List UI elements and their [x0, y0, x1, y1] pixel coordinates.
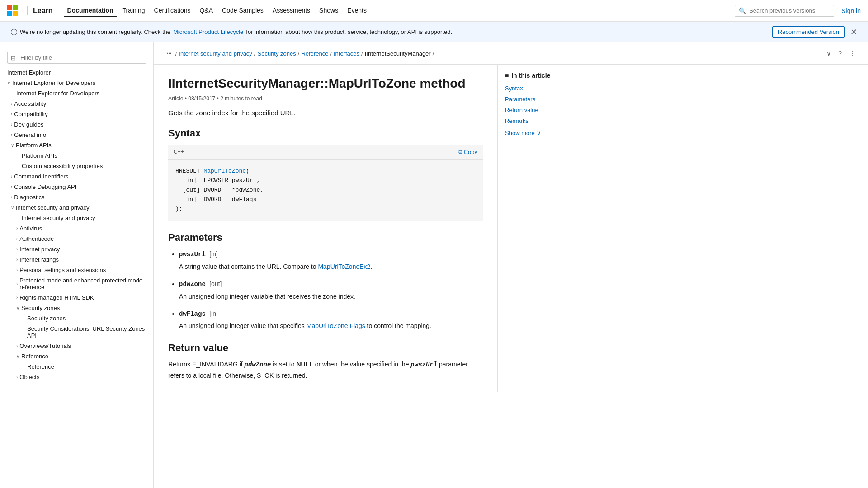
- sidebar-item-platform-apis-child[interactable]: Platform APIs: [0, 150, 153, 161]
- breadcrumb-ellipsis-button[interactable]: ···: [165, 48, 174, 59]
- nav-link-events[interactable]: Events: [344, 5, 370, 17]
- sidebar-item-reference-parent[interactable]: ∨ Reference: [0, 351, 153, 361]
- toc-link-return[interactable]: Return value: [505, 107, 538, 113]
- article-toc-layout: IInternetSecurityManager::MapUrlToZone m…: [154, 65, 868, 392]
- svg-rect-3: [13, 11, 18, 16]
- toc-title: ≡ In this article: [505, 72, 608, 79]
- chevron-right-icon: ›: [11, 184, 12, 189]
- toc-sidebar: ≡ In this article Syntax Parameters Retu…: [497, 65, 615, 392]
- sidebar-item-label: Platform APIs: [16, 142, 52, 149]
- breadcrumb-reference[interactable]: Reference: [301, 50, 328, 57]
- sidebar-item-internet-privacy[interactable]: › Internet privacy: [0, 244, 153, 254]
- sidebar-item-dev-guides[interactable]: › Dev guides: [0, 119, 153, 130]
- nav-link-documentation[interactable]: Documentation: [64, 5, 117, 17]
- breadcrumb-internet-security[interactable]: Internet security and privacy: [179, 50, 252, 57]
- chevron-right-icon: ›: [16, 247, 18, 252]
- sidebar-filter-input[interactable]: [7, 52, 146, 64]
- banner-lifecycle-link[interactable]: Microsoft Product Lifecycle: [173, 28, 243, 35]
- sidebar-item-label: Antivirus: [19, 225, 42, 232]
- chevron-right-icon: ›: [11, 122, 12, 127]
- chevron-right-icon: ›: [16, 375, 18, 380]
- nav-link-assessments[interactable]: Assessments: [269, 5, 314, 17]
- sidebar-item-rights-managed[interactable]: › Rights-managed HTML SDK: [0, 292, 153, 303]
- sign-in-link[interactable]: Sign in: [841, 7, 861, 14]
- nav-link-shows[interactable]: Shows: [316, 5, 342, 17]
- sidebar-item-security-considerations[interactable]: Security Considerations: URL Security Zo…: [0, 324, 153, 341]
- filter-wrap: ⊟: [7, 52, 146, 64]
- recommended-version-button[interactable]: Recommended Version: [772, 26, 845, 38]
- breadcrumb-sep: /: [330, 50, 332, 57]
- sidebar-item-label: Personal settings and extensions: [19, 267, 106, 273]
- breadcrumb-sep: /: [175, 50, 177, 57]
- copy-code-button[interactable]: ⧉ Copy: [458, 148, 477, 155]
- sidebar-item-internet-explorer[interactable]: Internet Explorer: [0, 67, 153, 78]
- sidebar-item-antivirus[interactable]: › Antivirus: [0, 223, 153, 234]
- breadcrumb-actions: ∨ ? ⋮: [825, 48, 857, 59]
- return-heading: Return value: [168, 342, 483, 354]
- nav-link-certifications[interactable]: Certifications: [151, 5, 194, 17]
- sidebar-item-personal-settings[interactable]: › Personal settings and extensions: [0, 265, 153, 275]
- toc-link-syntax[interactable]: Syntax: [505, 85, 523, 92]
- chevron-right-icon: ›: [16, 295, 18, 300]
- chevron-down-icon: ∨: [7, 80, 10, 85]
- sidebar-item-ie-developers-child[interactable]: Internet Explorer for Developers: [0, 88, 153, 99]
- param-after: to control the mapping.: [365, 322, 431, 329]
- sidebar-item-security-zones-child[interactable]: Security zones: [0, 313, 153, 324]
- sidebar-item-command-identifiers[interactable]: › Command Identifiers: [0, 171, 153, 182]
- breadcrumb-interfaces[interactable]: Interfaces: [334, 50, 359, 57]
- article-body: IInternetSecurityManager::MapUrlToZone m…: [154, 65, 497, 392]
- code-keyword: HRESULT: [175, 168, 203, 174]
- search-input[interactable]: [749, 7, 830, 14]
- code-paren: (: [246, 168, 250, 174]
- breadcrumb-more-button[interactable]: ⋮: [847, 48, 857, 59]
- sidebar-item-protected-mode[interactable]: › Protected mode and enhanced protected …: [0, 275, 153, 292]
- sidebar-item-label: Internet Explorer for Developers: [16, 90, 99, 97]
- sidebar-item-platform-apis-parent[interactable]: ∨ Platform APIs: [0, 140, 153, 150]
- sidebar-item-objects[interactable]: › Objects: [0, 372, 153, 382]
- sidebar-item-ie-developers-parent[interactable]: ∨ Internet Explorer for Developers: [0, 78, 153, 88]
- info-icon: i: [11, 29, 17, 35]
- breadcrumb-security-zones[interactable]: Security zones: [258, 50, 296, 57]
- breadcrumb: ··· / Internet security and privacy / Se…: [154, 42, 868, 65]
- sidebar-item-console-debugging[interactable]: › Console Debugging API: [0, 182, 153, 192]
- sidebar-item-label: Protected mode and enhanced protected mo…: [19, 277, 146, 291]
- toc-item-syntax: Syntax: [505, 84, 608, 92]
- sidebar-item-accessibility[interactable]: › Accessibility: [0, 99, 153, 109]
- svg-rect-1: [13, 5, 18, 10]
- sidebar: ⊟ Internet Explorer ∨ Internet Explorer …: [0, 42, 154, 488]
- nav-link-code-samples[interactable]: Code Samples: [218, 5, 267, 17]
- nav-link-qa[interactable]: Q&A: [196, 5, 217, 17]
- sidebar-item-reference-child[interactable]: Reference: [0, 361, 153, 372]
- param-link-mapurltozonemx2[interactable]: MapUrlToZoneEx2: [318, 263, 370, 270]
- sidebar-item-overviews[interactable]: › Overviews/Tutorials: [0, 341, 153, 351]
- show-more-label: Show more: [505, 130, 535, 136]
- sidebar-item-internet-security-child[interactable]: Internet security and privacy: [0, 213, 153, 223]
- toc-item-remarks: Remarks: [505, 117, 608, 124]
- sidebar-item-security-zones-parent[interactable]: ∨ Security zones: [0, 303, 153, 313]
- sidebar-item-general-info[interactable]: › General info: [0, 130, 153, 140]
- breadcrumb-sep: /: [361, 50, 363, 57]
- syntax-heading: Syntax: [168, 127, 483, 139]
- param-name: pwszUrl: [179, 251, 209, 258]
- param-text: A string value that contains the URL. Co…: [179, 263, 318, 270]
- show-more-button[interactable]: Show more ∨: [505, 130, 541, 136]
- sidebar-item-internet-security-parent[interactable]: ∨ Internet security and privacy: [0, 202, 153, 213]
- sidebar-item-diagnostics[interactable]: › Diagnostics: [0, 192, 153, 202]
- breadcrumb-collapse-button[interactable]: ∨: [825, 48, 833, 59]
- chevron-right-icon: ›: [16, 257, 18, 262]
- sidebar-item-label: Authenticode: [19, 235, 54, 242]
- breadcrumb-help-button[interactable]: ?: [836, 48, 844, 59]
- parameters-heading: Parameters: [168, 232, 483, 244]
- toc-link-parameters[interactable]: Parameters: [505, 96, 535, 103]
- close-banner-button[interactable]: ✕: [850, 28, 857, 36]
- param-name: pdwZone: [179, 281, 209, 288]
- sidebar-item-internet-ratings[interactable]: › Internet ratings: [0, 254, 153, 265]
- nav-link-training[interactable]: Training: [118, 5, 148, 17]
- sidebar-item-compatibility[interactable]: › Compatibility: [0, 109, 153, 119]
- toc-link-remarks[interactable]: Remarks: [505, 117, 528, 124]
- sidebar-item-authenticode[interactable]: › Authenticode: [0, 234, 153, 244]
- param-item-dwflags: dwFlags [in] An unsigned long integer va…: [179, 309, 483, 331]
- breadcrumb-current[interactable]: IInternetSecurityManager: [365, 50, 431, 57]
- sidebar-item-custom-accessibility[interactable]: Custom accessibility properties: [0, 161, 153, 171]
- param-link-mapurltozoneflags[interactable]: MapUrlToZone Flags: [307, 322, 365, 329]
